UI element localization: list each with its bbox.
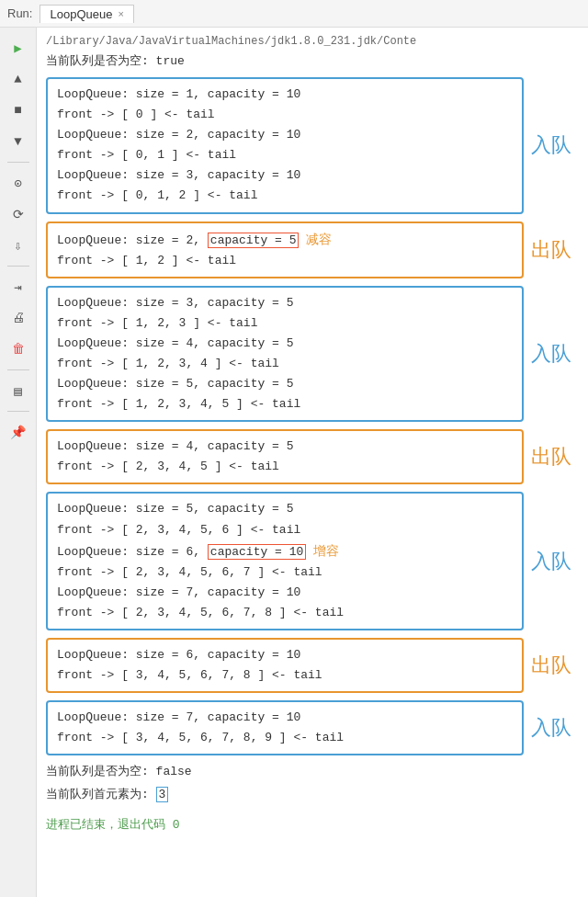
box3-line6: front -> [ 1, 2, 3, 4, 5 ] <- tail [57,394,513,414]
box4-label: 出队 [531,441,571,473]
box4: LoopQueue: size = 4, capacity = 5 front … [46,429,524,484]
path-line: /Library/Java/JavaVirtualMachines/jdk1.8… [46,33,579,51]
tab-close-icon[interactable]: × [118,8,123,19]
box3: LoopQueue: size = 3, capacity = 5 front … [46,286,524,423]
footer-first-element: 当前队列首元素为: 3 [46,786,579,805]
box3-line1: LoopQueue: size = 3, capacity = 5 [57,293,513,313]
box2-label: 出队 [531,233,571,266]
footer-exit: 进程已结束，退出代码 0 [46,816,579,835]
box7-wrapper: LoopQueue: size = 7, capacity = 10 front… [46,700,579,755]
divider3 [7,369,29,370]
down-button[interactable]: ▼ [6,129,31,154]
box5-line2: front -> [ 2, 3, 4, 5, 6 ] <- tail [57,520,513,540]
box3-line4: front -> [ 1, 2, 3, 4 ] <- tail [57,354,513,374]
print-button[interactable]: 🖨 [6,305,31,331]
box7: LoopQueue: size = 7, capacity = 10 front… [46,700,524,755]
box4-line2: front -> [ 2, 3, 4, 5 ] <- tail [57,457,513,477]
box1-line1: LoopQueue: size = 1, capacity = 10 [57,85,513,105]
box3-line2: front -> [ 1, 2, 3 ] <- tail [57,313,513,334]
box4-wrapper: LoopQueue: size = 4, capacity = 5 front … [46,429,579,484]
box2-wrapper: LoopQueue: size = 2, capacity = 5 减容 fro… [46,221,579,278]
capacity5-highlight: capacity = 5 [208,233,300,248]
expand-label: 增容 [313,543,339,558]
box4-line1: LoopQueue: size = 4, capacity = 5 [57,437,513,457]
divider4 [7,411,29,412]
divider2 [7,266,29,267]
box7-line1: LoopQueue: size = 7, capacity = 10 [57,708,513,728]
box5-line5: LoopQueue: size = 7, capacity = 10 [57,583,513,603]
box5-label: 入队 [531,545,571,577]
main-layout: ▶ ▲ ■ ▼ ⊙ ⟳ ⇩ ⇥ 🖨 🗑 ▤ 📌 /Library/Java/Ja… [0,28,588,897]
box5-line3: LoopQueue: size = 6, capacity = 10 增容 [57,540,513,562]
shrink-label: 减容 [306,232,332,246]
box3-line5: LoopQueue: size = 5, capacity = 5 [57,374,513,394]
status-top: 当前队列是否为空: true [46,52,579,72]
box1-wrapper: LoopQueue: size = 1, capacity = 10 front… [46,77,579,214]
footer-spacer [46,805,579,812]
play-button[interactable]: ▶ [6,35,31,61]
box1-line2: front -> [ 0 ] <- tail [57,105,513,125]
up-button[interactable]: ▲ [6,66,31,92]
tab-name: LoopQueue [50,7,112,21]
box5-line1: LoopQueue: size = 5, capacity = 5 [57,499,513,519]
top-bar: Run: LoopQueue × [0,0,588,28]
box7-line2: front -> [ 3, 4, 5, 6, 7, 8, 9 ] <- tail [57,728,513,748]
box3-line3: LoopQueue: size = 4, capacity = 5 [57,334,513,354]
login-button[interactable]: ⇥ [6,274,31,300]
box3-label: 入队 [531,337,571,369]
box2-line2: front -> [ 1, 2 ] <- tail [57,251,513,271]
box1-line4: front -> [ 0, 1 ] <- tail [57,145,513,165]
box2: LoopQueue: size = 2, capacity = 5 减容 fro… [46,221,524,278]
box6: LoopQueue: size = 6, capacity = 10 front… [46,638,524,693]
pin-button[interactable]: 📌 [6,419,31,445]
box3-wrapper: LoopQueue: size = 3, capacity = 5 front … [46,286,579,423]
element-3-highlight: 3 [156,787,169,802]
import-button[interactable]: ⇩ [6,233,31,258]
capacity10-highlight: capacity = 10 [208,544,306,560]
box2-line1: LoopQueue: size = 2, capacity = 5 减容 [57,229,513,251]
box6-line2: front -> [ 3, 4, 5, 6, 7, 8 ] <- tail [57,665,513,686]
panel-button[interactable]: ▤ [6,378,31,403]
sidebar: ▶ ▲ ■ ▼ ⊙ ⟳ ⇩ ⇥ 🖨 🗑 ▤ 📌 [0,28,37,897]
run-label: Run: [7,6,32,20]
box1-line5: LoopQueue: size = 3, capacity = 10 [57,165,513,186]
box6-label: 出队 [531,650,571,682]
box1-line6: front -> [ 0, 1, 2 ] <- tail [57,186,513,206]
box5-line6: front -> [ 2, 3, 4, 5, 6, 7, 8 ] <- tail [57,603,513,623]
tab[interactable]: LoopQueue × [40,5,133,23]
box1: LoopQueue: size = 1, capacity = 10 front… [46,77,524,214]
stop-button[interactable]: ■ [6,97,31,123]
box5-line4: front -> [ 2, 3, 4, 5, 6, 7 ] <- tail [57,562,513,583]
camera-button[interactable]: ⊙ [6,170,31,196]
box1-label: 入队 [531,130,571,162]
footer-empty-status: 当前队列是否为空: false [46,763,579,782]
reload-button[interactable]: ⟳ [6,201,31,227]
box6-line1: LoopQueue: size = 6, capacity = 10 [57,645,513,665]
box5-wrapper: LoopQueue: size = 5, capacity = 5 front … [46,492,579,630]
content-area: /Library/Java/JavaVirtualMachines/jdk1.8… [37,28,588,897]
box5: LoopQueue: size = 5, capacity = 5 front … [46,492,524,630]
box1-line3: LoopQueue: size = 2, capacity = 10 [57,125,513,145]
box6-wrapper: LoopQueue: size = 6, capacity = 10 front… [46,638,579,693]
trash-button[interactable]: 🗑 [6,336,31,362]
divider1 [7,162,29,163]
box7-label: 入队 [531,712,571,744]
